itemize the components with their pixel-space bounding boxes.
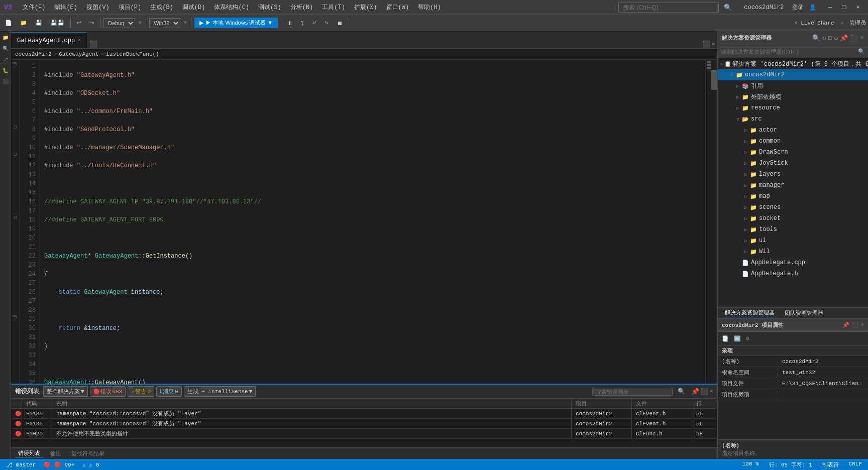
tree-item-layers[interactable]: ▷ 📁 layers xyxy=(718,169,868,180)
open-btn[interactable]: 📁 xyxy=(17,19,30,27)
global-search-input[interactable] xyxy=(618,3,719,13)
menu-project[interactable]: 项目(P) xyxy=(115,2,146,13)
tree-item-socket[interactable]: ▷ 📁 socket xyxy=(718,213,868,224)
se-footer-team[interactable]: 团队资源管理器 xyxy=(782,309,826,317)
tree-root[interactable]: ▷ 📋 解决方案 'cocos2dMir2' (第 6 个项目，共 6 个) xyxy=(718,58,868,69)
tree-item-wil[interactable]: ▷ 📁 Wil xyxy=(718,246,868,257)
se-pin-btn[interactable]: 📌 xyxy=(840,34,848,42)
tree-item-resource[interactable]: ▷ 📁 resource xyxy=(718,102,868,113)
tree-item-joystick[interactable]: ▷ 📁 JoyStick xyxy=(718,158,868,169)
tree-item-appdelegate-cpp[interactable]: 📄 AppDelegate.cpp xyxy=(718,257,868,268)
tab-gatewayagent-cpp[interactable]: GatewayAgent.cpp × xyxy=(11,32,87,48)
scope-filter[interactable]: 整个解决方案 ▼ xyxy=(43,386,88,397)
col-line[interactable]: 行 xyxy=(692,399,717,408)
status-warnings[interactable]: ⚠ ⚠ 0 xyxy=(80,461,101,468)
activity-extensions[interactable]: ⬛ xyxy=(1,77,10,86)
platform-select[interactable]: Win32 xyxy=(149,18,180,28)
debug-config-select[interactable]: Debug xyxy=(103,18,135,28)
se-footer-solution[interactable]: 解决方案资源管理器 xyxy=(722,308,778,317)
minimize-btn[interactable]: — xyxy=(824,3,836,12)
liveshare-btn[interactable]: ⚡ Live Share xyxy=(794,20,834,26)
status-line-ending[interactable]: CRLF xyxy=(847,461,864,468)
props-props-btn[interactable]: ⚙ xyxy=(744,334,751,343)
prop-projfile-val[interactable]: E:\31_CQSF\Client\Client\proj. xyxy=(778,381,868,387)
menu-debug[interactable]: 调试(D) xyxy=(178,2,209,13)
props-sort-cat-btn[interactable]: 📑 xyxy=(720,334,731,343)
menu-analyze[interactable]: 分析(N) xyxy=(286,2,317,13)
menu-test[interactable]: 测试(S) xyxy=(254,2,285,13)
status-git-branch[interactable]: ⎇ master xyxy=(4,461,38,468)
tree-item-ui[interactable]: ▷ 📁 ui xyxy=(718,235,868,246)
status-zoom[interactable]: 100 % xyxy=(740,461,761,468)
code-text[interactable]: #include "GatewayAgent.h" #include "ODSo… xyxy=(40,60,705,384)
tree-item-map[interactable]: ▷ 📁 map xyxy=(718,191,868,202)
step-in-btn[interactable]: ⤶ xyxy=(309,19,319,27)
breadcrumb-file[interactable]: GatewayAgent xyxy=(59,51,98,57)
tree-item-actor[interactable]: ▷ 📁 actor xyxy=(718,125,868,136)
manage-label[interactable]: 管理员 xyxy=(849,19,866,27)
se-filter-btn[interactable]: ⚙ xyxy=(834,34,838,42)
tree-item-tools[interactable]: ▷ 📁 tools xyxy=(718,224,868,235)
split-editor-btn[interactable]: ⬛ xyxy=(702,40,710,48)
activity-debug[interactable]: 🐛 xyxy=(1,66,10,75)
error-tab-output[interactable]: 输出 xyxy=(47,449,64,458)
error-count-filter[interactable]: 🔴 错误 683 xyxy=(90,386,126,397)
col-desc[interactable]: 说明 xyxy=(52,399,572,408)
save-btn[interactable]: 💾 xyxy=(32,19,45,27)
error-row-2[interactable]: 🔴 E0135 namespace "cocos2d::cocos2d" 没有成… xyxy=(11,419,717,429)
attach-btn[interactable]: ⏸ xyxy=(284,19,296,27)
menu-tools[interactable]: 工具(T) xyxy=(318,2,349,13)
undo-btn[interactable]: ↩ xyxy=(74,19,84,27)
menu-view[interactable]: 视图(V) xyxy=(82,2,114,13)
tree-item-src[interactable]: ▽ 📂 src xyxy=(718,113,868,125)
status-position[interactable]: 行: 65 字符: 1 xyxy=(767,461,814,468)
new-btn[interactable]: 📄 xyxy=(2,19,15,27)
error-row-3[interactable]: 🔴 E0020 不允许使用不完整类型的指针 cocos2dMir2 ClFunc… xyxy=(11,429,717,439)
error-pin-btn[interactable]: 📌 xyxy=(691,388,699,396)
error-tab-errors[interactable]: 错误列表 xyxy=(15,449,43,458)
col-file[interactable]: 文件 xyxy=(632,399,692,408)
maximize-btn[interactable]: □ xyxy=(838,3,850,12)
error-close-btn[interactable]: × xyxy=(709,388,713,396)
tree-item-refs[interactable]: ▷ 📚 引用 xyxy=(718,80,868,91)
code-editor[interactable]: ⊟ ⊟ ⊟ ⊟ xyxy=(11,60,717,384)
se-refresh-btn[interactable]: ↻ xyxy=(822,34,826,42)
col-project[interactable]: 项目 xyxy=(572,399,632,408)
menu-extensions[interactable]: 扩展(X) xyxy=(350,2,381,13)
se-close-btn[interactable]: × xyxy=(860,34,864,42)
breadcrumb-project[interactable]: cocos2dMir2 xyxy=(15,51,52,57)
error-tab-findsymbol[interactable]: 查找符号结果 xyxy=(68,449,107,458)
props-float-btn[interactable]: ⬛ xyxy=(851,322,858,328)
status-errors[interactable]: 🔴 🔴 99+ xyxy=(42,461,76,468)
tab-scroll-btn[interactable]: ⬛ xyxy=(87,40,99,48)
prop-namespace-val[interactable]: test_win32 xyxy=(778,370,868,376)
activity-git[interactable]: ⎇ xyxy=(1,55,10,64)
breadcrumb-function[interactable]: listenBackFunc() xyxy=(106,51,159,57)
bkpt-btn[interactable]: ⏹ xyxy=(334,19,346,27)
menu-edit[interactable]: 编辑(E) xyxy=(50,2,81,13)
tree-item-common[interactable]: ▷ 📁 common xyxy=(718,136,868,147)
tree-item-scenes[interactable]: ▷ 📁 scenes xyxy=(718,202,868,213)
col-code[interactable]: 代码 xyxy=(22,399,52,408)
step-over-btn[interactable]: ⤵ xyxy=(298,19,307,27)
warning-filter[interactable]: ⚠ 警告 0 xyxy=(128,386,154,397)
menu-file[interactable]: 文件(F) xyxy=(19,2,50,13)
step-out-btn[interactable]: ⤷ xyxy=(321,19,332,27)
login-label[interactable]: 登录 xyxy=(792,4,803,11)
error-search-input[interactable] xyxy=(592,388,673,396)
tree-item-appdelegate-h[interactable]: 📄 AppDelegate.h xyxy=(718,268,868,279)
tree-item-drawscrn[interactable]: ▷ 📁 DrawScrn xyxy=(718,147,868,158)
tree-project-cocos2dmir2[interactable]: ▽ 📁 cocos2dMir2 xyxy=(718,69,868,80)
run-debugger-btn[interactable]: ▶ ▶ 本地 Windows 调试器 ▼ xyxy=(194,18,278,28)
close-panel-btn[interactable]: × xyxy=(711,41,715,48)
props-pin-btn[interactable]: 📌 xyxy=(842,322,849,328)
props-close-btn[interactable]: × xyxy=(860,322,864,328)
activity-explorer[interactable]: 📁 xyxy=(1,33,10,42)
tree-item-manager[interactable]: ▷ 📁 manager xyxy=(718,180,868,191)
props-sort-alpha-btn[interactable]: 🔤 xyxy=(732,334,743,343)
error-row-1[interactable]: 🔴 E0135 namespace "cocos2d::cocos2d" 没有成… xyxy=(11,409,717,419)
build-filter[interactable]: 生成 + IntelliSense ▼ xyxy=(184,386,256,397)
close-btn[interactable]: × xyxy=(852,3,864,12)
tree-search-input[interactable] xyxy=(721,49,856,55)
menu-window[interactable]: 窗口(W) xyxy=(382,2,413,13)
